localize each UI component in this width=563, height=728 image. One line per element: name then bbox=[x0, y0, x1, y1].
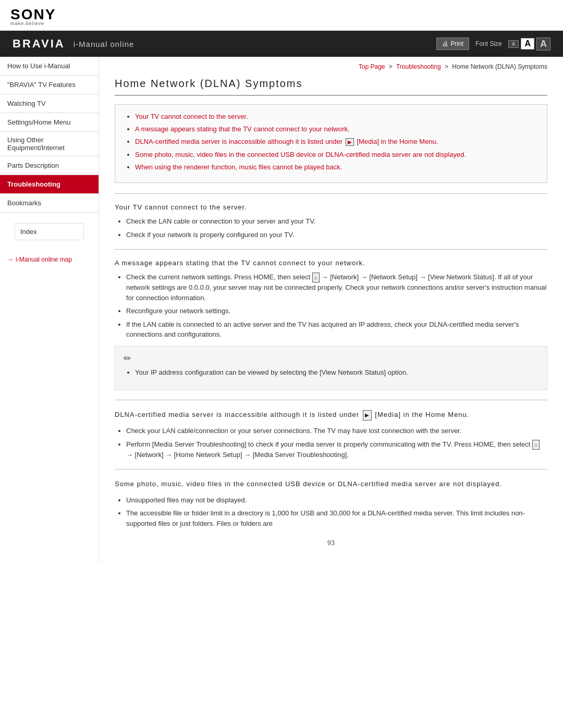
section-1-heading: Your TV cannot connect to the server. bbox=[115, 203, 547, 211]
page-title: Home Network (DLNA) Symptoms bbox=[115, 78, 547, 96]
list-item: DLNA-certified media server is inaccessi… bbox=[135, 137, 536, 146]
media-icon-2: ▶ bbox=[363, 410, 372, 421]
link-item-3[interactable]: DLNA-certified media server is inaccessi… bbox=[135, 138, 438, 145]
print-button[interactable]: 🖨 Print bbox=[436, 38, 469, 50]
imanual-map-link[interactable]: → i-Manual online map bbox=[0, 251, 99, 268]
print-icon: 🖨 bbox=[442, 40, 448, 47]
link-item-4[interactable]: Some photo, music, video files in the co… bbox=[135, 151, 466, 158]
list-item: Check the LAN cable or connection to you… bbox=[126, 216, 547, 227]
banner-left: BRAVIA i-Manual online bbox=[13, 37, 134, 51]
sidebar-item-how-to-use[interactable]: How to Use i-Manual bbox=[0, 57, 99, 76]
sidebar: How to Use i-Manual "BRAVIA" TV Features… bbox=[0, 57, 99, 562]
link-item-1[interactable]: Your TV cannot connect to the server. bbox=[135, 113, 248, 120]
list-item: The accessible file or folder limit in a… bbox=[126, 508, 547, 528]
sidebar-item-troubleshooting[interactable]: Troubleshooting bbox=[0, 175, 99, 194]
sidebar-index-wrapper: Index bbox=[0, 213, 99, 251]
section-2-heading: A message appears stating that the TV ca… bbox=[115, 259, 547, 267]
divider-2 bbox=[115, 249, 547, 250]
font-large-button[interactable]: A bbox=[536, 38, 550, 51]
network-icon: ⌂ bbox=[312, 273, 320, 282]
breadcrumb-troubleshooting[interactable]: Troubleshooting bbox=[396, 63, 441, 70]
list-item: If the LAN cable is connected to an acti… bbox=[126, 319, 547, 340]
link-item-5[interactable]: When using the renderer function, music … bbox=[135, 163, 342, 171]
sidebar-item-bravia-features[interactable]: "BRAVIA" TV Features bbox=[0, 76, 99, 94]
breadcrumb-top-page[interactable]: Top Page bbox=[359, 63, 385, 70]
list-item: Check if your network is properly config… bbox=[126, 230, 547, 240]
list-item: A message appears stating that the TV ca… bbox=[135, 125, 536, 133]
breadcrumb-sep2: > bbox=[445, 63, 448, 70]
note-box: ✏ Your IP address configuration can be v… bbox=[115, 346, 547, 391]
sidebar-item-watching-tv[interactable]: Watching TV bbox=[0, 94, 99, 113]
link-item-2[interactable]: A message appears stating that the TV ca… bbox=[135, 125, 350, 133]
top-header: SONY make.believe bbox=[0, 0, 563, 31]
section-2-bullets: Check the current network settings. Pres… bbox=[115, 272, 547, 340]
main-layout: How to Use i-Manual "BRAVIA" TV Features… bbox=[0, 57, 563, 562]
media-icon: ▶ bbox=[346, 138, 354, 146]
banner-right: 🖨 Print Font Size A A A bbox=[436, 38, 550, 51]
section-3: DLNA-certified media server is inaccessi… bbox=[115, 410, 547, 460]
breadcrumb-current: Home Network (DLNA) Symptoms bbox=[452, 63, 547, 70]
divider-1 bbox=[115, 193, 547, 194]
breadcrumb-sep1: > bbox=[389, 63, 393, 70]
link-box: Your TV cannot connect to the server. A … bbox=[115, 104, 547, 183]
section-4: Some photo, music, video files in the co… bbox=[115, 479, 547, 528]
list-item: Check your LAN cable/connection or your … bbox=[126, 426, 547, 436]
list-item: When using the renderer function, music … bbox=[135, 163, 536, 171]
section-3-bullets: Check your LAN cable/connection or your … bbox=[115, 426, 547, 460]
list-item: Check the current network settings. Pres… bbox=[126, 272, 547, 303]
font-small-button[interactable]: A bbox=[508, 40, 519, 48]
font-size-buttons: A A A bbox=[508, 38, 550, 51]
section-4-bullets: Unsupported files may not be displayed. … bbox=[115, 495, 547, 529]
list-item: Unsupported files may not be displayed. bbox=[126, 495, 547, 505]
content-area: Top Page > Troubleshooting > Home Networ… bbox=[99, 57, 563, 562]
section-2: A message appears stating that the TV ca… bbox=[115, 259, 547, 390]
sidebar-item-parts[interactable]: Parts Description bbox=[0, 156, 99, 175]
divider-3 bbox=[115, 400, 547, 400]
font-size-label: Font Size bbox=[475, 40, 502, 47]
sidebar-item-settings[interactable]: Settings/Home Menu bbox=[0, 113, 99, 132]
section-1-bullets: Check the LAN cable or connection to you… bbox=[115, 216, 547, 240]
network-icon-2: ⌂ bbox=[532, 440, 540, 450]
list-item: Some photo, music, video files in the co… bbox=[135, 150, 536, 158]
sidebar-item-bookmarks[interactable]: Bookmarks bbox=[0, 194, 99, 213]
list-item: Perform [Media Server Troubleshooting] t… bbox=[126, 439, 547, 460]
sony-tagline: make.believe bbox=[10, 21, 44, 26]
sidebar-index[interactable]: Index bbox=[15, 223, 84, 240]
list-item: Reconfigure your network settings. bbox=[126, 306, 547, 316]
imanual-title: i-Manual online bbox=[74, 40, 134, 48]
link-list: Your TV cannot connect to the server. A … bbox=[126, 112, 536, 171]
bravia-logo: BRAVIA bbox=[13, 37, 65, 51]
sony-logo: SONY make.believe bbox=[10, 6, 553, 26]
note-text: Your IP address configuration can be vie… bbox=[135, 367, 538, 378]
sidebar-item-other-equipment[interactable]: Using Other Equipment/Internet bbox=[0, 132, 99, 156]
section-4-heading: Some photo, music, video files in the co… bbox=[115, 479, 547, 490]
banner: BRAVIA i-Manual online 🖨 Print Font Size… bbox=[0, 31, 563, 57]
breadcrumb: Top Page > Troubleshooting > Home Networ… bbox=[115, 63, 547, 70]
section-1: Your TV cannot connect to the server. Ch… bbox=[115, 203, 547, 240]
divider-4 bbox=[115, 469, 547, 470]
font-medium-button[interactable]: A bbox=[521, 38, 534, 50]
section-3-heading: DLNA-certified media server is inaccessi… bbox=[115, 410, 547, 421]
note-bullets: Your IP address configuration can be vie… bbox=[124, 367, 538, 378]
arrow-right-icon: → bbox=[7, 256, 14, 263]
list-item: Your TV cannot connect to the server. bbox=[135, 112, 536, 120]
note-icon: ✏ bbox=[124, 353, 538, 364]
imanual-map-label: i-Manual online map bbox=[16, 256, 72, 263]
page-number: 93 bbox=[115, 539, 547, 547]
